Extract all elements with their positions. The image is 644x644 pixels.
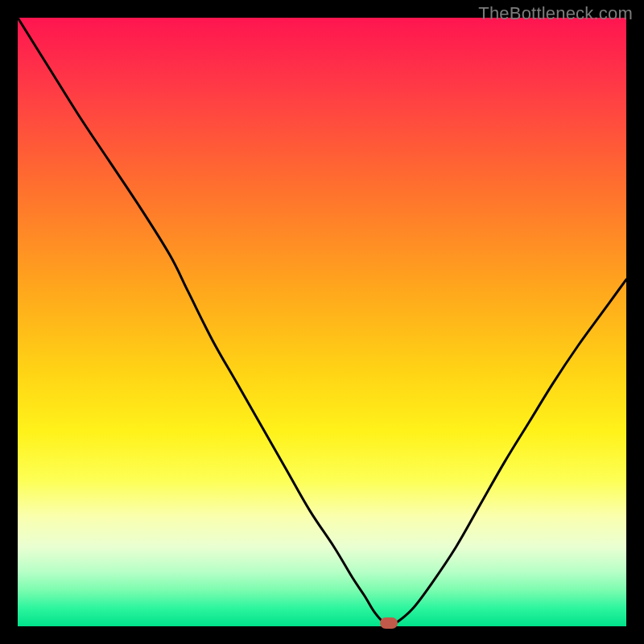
chart-curve-layer: [18, 18, 626, 626]
bottleneck-curve-path: [18, 18, 626, 623]
optimum-marker: [380, 617, 398, 629]
watermark-text: TheBottleneck.com: [478, 3, 633, 24]
